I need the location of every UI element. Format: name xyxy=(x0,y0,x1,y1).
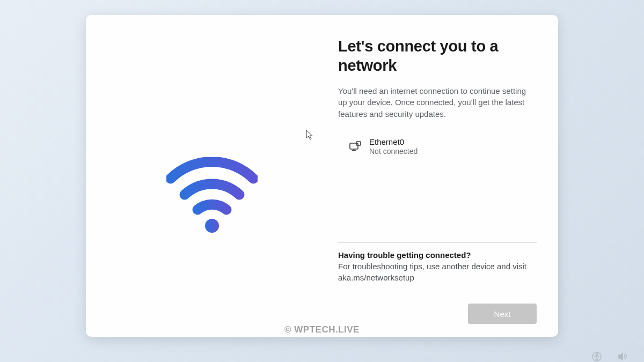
oobe-dialog: Let's connect you to a network You'll ne… xyxy=(86,15,558,337)
svg-point-6 xyxy=(596,354,598,356)
help-section: Having trouble getting connected? For tr… xyxy=(338,250,537,283)
ethernet-icon xyxy=(349,140,362,153)
system-tray xyxy=(591,351,628,360)
network-item-ethernet[interactable]: Ethernet0 Not connected xyxy=(338,135,537,158)
button-row: Next xyxy=(338,304,537,324)
accessibility-icon[interactable] xyxy=(591,351,602,360)
page-subtitle: You'll need an internet connection to co… xyxy=(338,85,537,120)
illustration-panel xyxy=(86,15,338,337)
volume-icon[interactable] xyxy=(617,351,628,360)
network-status: Not connected xyxy=(369,147,418,156)
page-title: Let's connect you to a network xyxy=(338,36,537,76)
help-title: Having trouble getting connected? xyxy=(338,250,537,260)
next-button[interactable]: Next xyxy=(468,304,537,324)
divider xyxy=(338,242,537,243)
network-name: Ethernet0 xyxy=(369,137,418,146)
network-info: Ethernet0 Not connected xyxy=(369,137,418,156)
wifi-illustration xyxy=(166,152,258,243)
svg-point-0 xyxy=(205,219,219,233)
content-panel: Let's connect you to a network You'll ne… xyxy=(338,15,558,337)
spacer xyxy=(338,158,537,242)
help-text: For troubleshooting tips, use another de… xyxy=(338,261,537,283)
